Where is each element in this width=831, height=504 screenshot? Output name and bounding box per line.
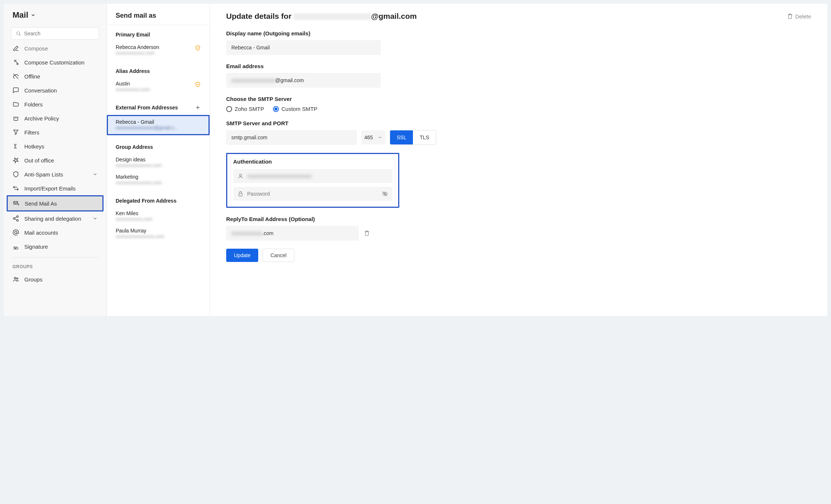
replyto-input[interactable]: xxxxxxxxxxxx.com — [226, 226, 359, 241]
chevron-down-icon — [92, 216, 98, 221]
nav-groups[interactable]: Groups — [4, 272, 106, 286]
nav-send-mail-as[interactable]: Send Mail As — [7, 195, 104, 211]
auth-label: Authentication — [233, 158, 392, 165]
nav-conversation[interactable]: Conversation — [4, 83, 106, 97]
nav-offline[interactable]: Offline — [4, 69, 106, 83]
customize-icon — [13, 59, 19, 66]
app-title-dropdown[interactable]: Mail — [13, 10, 98, 20]
addr-alias-austin[interactable]: Austin xxxxxxxxxx.com — [116, 78, 201, 96]
delete-button[interactable]: Delete — [787, 13, 811, 20]
share-icon — [13, 215, 19, 222]
port-select[interactable]: 465 — [361, 130, 385, 144]
nav-compose-customization[interactable]: Compose Customization — [4, 55, 106, 69]
divider — [11, 257, 99, 258]
addr-delegated-ken[interactable]: Ken Miles xxxxxxxxxxx.com — [116, 208, 201, 225]
nav-folders[interactable]: Folders — [4, 97, 106, 111]
update-button[interactable]: Update — [226, 249, 258, 262]
add-external-icon[interactable] — [195, 105, 201, 111]
search-box[interactable] — [11, 27, 99, 40]
display-name-label: Display name (Outgoing emails) — [226, 30, 811, 36]
keyboard-icon — [13, 143, 19, 150]
replyto-delete-icon[interactable] — [364, 230, 370, 236]
encryption-toggle: SSL TLS — [390, 130, 436, 145]
nav-compose[interactable]: Compose — [4, 44, 106, 55]
email-input[interactable]: xxxxxxxxxxxxxxxxx@gmail.com — [226, 73, 381, 88]
auth-password-input[interactable] — [233, 187, 392, 201]
chevron-down-icon — [378, 135, 382, 140]
ssl-button[interactable]: SSL — [390, 130, 413, 144]
chat-icon — [13, 87, 19, 94]
nav-signature[interactable]: Signature — [4, 239, 106, 253]
eye-off-icon[interactable] — [382, 191, 388, 197]
transfer-icon — [13, 185, 19, 192]
user-icon — [238, 173, 243, 179]
compose-icon — [13, 45, 19, 52]
nav-archive-policy[interactable]: Archive Policy — [4, 111, 106, 125]
svg-point-0 — [17, 32, 20, 35]
svg-rect-9 — [239, 193, 242, 196]
detail-pane: Update details for @gmail.com Delete Dis… — [210, 4, 827, 316]
signature-icon — [13, 243, 19, 250]
section-alias: Alias Address — [116, 68, 201, 74]
at-icon — [13, 229, 19, 236]
email-label: Email address — [226, 63, 811, 69]
cancel-button[interactable]: Cancel — [263, 249, 294, 262]
addr-group-marketing[interactable]: Marketing xxxxxxxxxxxxxxx.com — [116, 172, 201, 189]
groups-icon — [13, 276, 19, 283]
smtp-server-label: SMTP Server and PORT — [226, 120, 811, 126]
svg-point-3 — [13, 218, 15, 220]
filter-icon — [13, 129, 19, 136]
addr-delegated-paula[interactable]: Paula Murray xxxxxxxxxxxxxxxx.com — [116, 225, 201, 243]
send-as-icon — [13, 200, 20, 207]
search-input[interactable] — [24, 31, 94, 36]
addr-external-rebecca-gmail[interactable]: Rebecca - Gmail xxxxxxxxxxxxxxxx@gmail.c… — [107, 115, 210, 135]
section-delegated: Delegated From Address — [116, 198, 201, 204]
nav-import-export[interactable]: Import/Export Emails — [4, 181, 106, 195]
app-title: Mail — [13, 10, 28, 20]
tls-button[interactable]: TLS — [413, 130, 436, 144]
radio-zoho-smtp[interactable]: Zoho SMTP — [226, 106, 264, 112]
smtp-choice-label: Choose the SMTP Server — [226, 96, 811, 102]
verified-badge-icon — [195, 81, 201, 89]
search-icon — [16, 31, 21, 36]
trash-icon — [787, 13, 793, 19]
plane-icon — [13, 157, 19, 164]
radio-custom-smtp[interactable]: Custom SMTP — [273, 106, 318, 112]
svg-point-4 — [17, 220, 18, 221]
cloud-off-icon — [13, 73, 19, 80]
nav-out-of-office[interactable]: Out of office — [4, 153, 106, 167]
chevron-down-icon — [31, 13, 36, 18]
display-name-input[interactable] — [226, 40, 381, 55]
svg-point-7 — [17, 278, 18, 279]
groups-section-label: GROUPS — [4, 261, 106, 272]
svg-point-8 — [239, 174, 241, 176]
shield-icon — [13, 171, 19, 178]
archive-icon — [13, 115, 19, 122]
sidebar-left: Mail Compose Compose Customization Offli… — [4, 4, 107, 316]
svg-point-6 — [14, 277, 16, 279]
folder-icon — [13, 101, 19, 108]
nav-hotkeys[interactable]: Hotkeys — [4, 139, 106, 153]
svg-rect-1 — [14, 202, 18, 204]
section-group: Group Address — [116, 144, 201, 150]
section-external: External From Addresses — [116, 105, 201, 111]
addr-primary-rebecca[interactable]: Rebecca Anderson xxxxxxxxxxxx.com — [116, 42, 201, 59]
replyto-label: ReplyTo Email Address (Optional) — [226, 216, 811, 222]
chevron-down-icon — [92, 172, 98, 177]
nav-filters[interactable]: Filters — [4, 125, 106, 139]
section-primary-email: Primary Email — [116, 32, 201, 38]
addr-group-design[interactable]: Design ideas xxxxxxxxxxxxxxx.com — [116, 154, 201, 172]
nav-mail-accounts[interactable]: Mail accounts — [4, 225, 106, 239]
address-list-column: Send mail as Primary Email Rebecca Ander… — [107, 4, 210, 316]
smtp-server-input[interactable] — [226, 130, 357, 145]
nav-sharing-delegation[interactable]: Sharing and delegation — [4, 211, 106, 225]
svg-point-5 — [15, 231, 17, 234]
nav-list: Compose Compose Customization Offline Co… — [4, 43, 106, 316]
lock-icon — [238, 191, 243, 197]
auth-username-input[interactable]: xxxxxxxxxxxxxxxxxxxxxxxxx — [233, 169, 392, 183]
verified-badge-icon — [195, 45, 201, 52]
detail-title: Update details for @gmail.com — [226, 12, 417, 21]
mid-title: Send mail as — [107, 12, 210, 25]
svg-point-2 — [17, 216, 18, 218]
nav-anti-spam[interactable]: Anti-Spam Lists — [4, 167, 106, 181]
